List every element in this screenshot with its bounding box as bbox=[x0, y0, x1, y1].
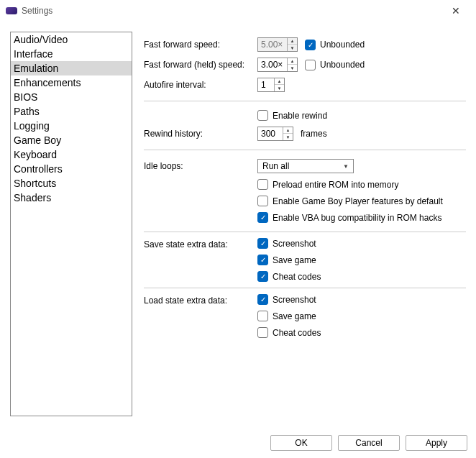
emulation-panel: Fast forward speed: ▲▼ ✓ Unbounded Fast … bbox=[144, 32, 466, 416]
autofire-spinner[interactable]: ▲▼ bbox=[257, 78, 285, 92]
settings-category-list: Audio/VideoInterfaceEmulationEnhancement… bbox=[10, 32, 132, 416]
chevron-down-icon: ▼ bbox=[343, 163, 349, 170]
sidebar-item-interface[interactable]: Interface bbox=[11, 47, 132, 61]
sidebar-item-shaders[interactable]: Shaders bbox=[11, 191, 132, 205]
spinner-down-icon: ▼ bbox=[288, 45, 297, 51]
save-extra-cheats-checkbox[interactable]: ✓Cheat codes bbox=[257, 271, 321, 282]
spinner-up-icon[interactable]: ▲ bbox=[288, 58, 297, 65]
sidebar-item-game-boy[interactable]: Game Boy bbox=[11, 133, 132, 147]
vba-bug-checkbox[interactable]: ✓ Enable VBA bug compatibility in ROM ha… bbox=[257, 212, 466, 223]
load-extra-screenshot-checkbox[interactable]: ✓Screenshot bbox=[257, 294, 321, 305]
ff-held-spinner[interactable]: ▲▼ bbox=[257, 58, 298, 72]
rewind-history-input[interactable] bbox=[258, 127, 283, 140]
titlebar: Settings ✕ bbox=[0, 0, 476, 22]
save-extra-label: Save state extra data: bbox=[144, 238, 257, 249]
sidebar-item-controllers[interactable]: Controllers bbox=[11, 162, 132, 176]
close-icon[interactable]: ✕ bbox=[441, 5, 470, 17]
sidebar-item-keyboard[interactable]: Keyboard bbox=[11, 147, 132, 162]
sidebar-item-shortcuts[interactable]: Shortcuts bbox=[11, 176, 132, 191]
sidebar-item-bios[interactable]: BIOS bbox=[11, 90, 132, 104]
enable-rewind-checkbox[interactable]: Enable rewind bbox=[257, 110, 466, 121]
spinner-down-icon[interactable]: ▼ bbox=[288, 65, 297, 71]
ff-speed-input bbox=[258, 38, 287, 51]
rewind-unit: frames bbox=[301, 129, 327, 139]
load-extra-savegame-checkbox[interactable]: Save game bbox=[257, 311, 321, 321]
gbp-features-checkbox[interactable]: Enable Game Boy Player features by defau… bbox=[257, 196, 466, 206]
save-extra-screenshot-checkbox[interactable]: ✓Screenshot bbox=[257, 238, 321, 249]
sidebar-item-audio-video[interactable]: Audio/Video bbox=[11, 32, 132, 47]
idle-loops-select[interactable]: Run all ▼ bbox=[257, 159, 354, 173]
sidebar-item-logging[interactable]: Logging bbox=[11, 119, 132, 133]
ok-button[interactable]: OK bbox=[270, 435, 332, 451]
ff-speed-spinner: ▲▼ bbox=[257, 37, 298, 52]
spinner-down-icon[interactable]: ▼ bbox=[283, 134, 293, 140]
ff-speed-unbounded-checkbox[interactable]: ✓ Unbounded bbox=[305, 40, 365, 50]
idle-loops-label: Idle loops: bbox=[144, 161, 257, 171]
ff-held-input[interactable] bbox=[258, 58, 287, 71]
spinner-up-icon[interactable]: ▲ bbox=[275, 78, 284, 85]
cancel-button[interactable]: Cancel bbox=[338, 435, 400, 451]
save-extra-savegame-checkbox[interactable]: ✓Save game bbox=[257, 255, 321, 265]
ff-held-unbounded-checkbox[interactable]: Unbounded bbox=[305, 60, 365, 70]
autofire-input[interactable] bbox=[258, 78, 274, 91]
sidebar-item-paths[interactable]: Paths bbox=[11, 104, 132, 119]
sidebar-item-enhancements[interactable]: Enhancements bbox=[11, 75, 132, 90]
preload-rom-checkbox[interactable]: Preload entire ROM into memory bbox=[257, 179, 466, 190]
spinner-down-icon[interactable]: ▼ bbox=[275, 85, 284, 91]
load-extra-cheats-checkbox[interactable]: Cheat codes bbox=[257, 327, 321, 338]
sidebar-item-emulation[interactable]: Emulation bbox=[11, 61, 132, 75]
app-icon bbox=[6, 7, 17, 14]
spinner-up-icon[interactable]: ▲ bbox=[283, 127, 293, 134]
window-title: Settings bbox=[22, 6, 52, 16]
rewind-history-spinner[interactable]: ▲▼ bbox=[257, 127, 293, 141]
spinner-up-icon: ▲ bbox=[288, 38, 297, 45]
rewind-history-label: Rewind history: bbox=[144, 129, 257, 139]
load-extra-label: Load state extra data: bbox=[144, 294, 257, 306]
ff-speed-label: Fast forward speed: bbox=[144, 40, 257, 50]
apply-button[interactable]: Apply bbox=[406, 435, 467, 451]
autofire-label: Autofire interval: bbox=[144, 80, 257, 90]
ff-held-label: Fast forward (held) speed: bbox=[144, 60, 257, 70]
